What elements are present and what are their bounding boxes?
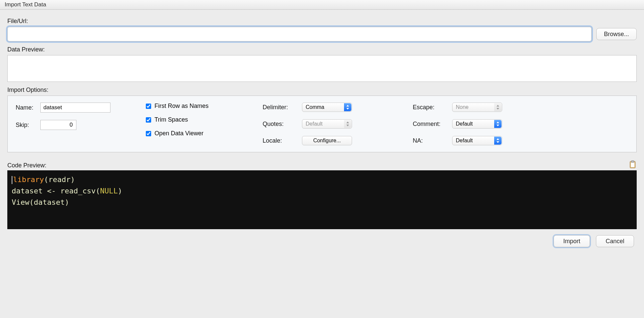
delimiter-label: Delimiter: (263, 104, 297, 111)
code-line: dataset <- read_csv(NULL) (12, 185, 632, 197)
locale-configure-button[interactable]: Configure... (302, 136, 352, 145)
name-label: Name: (16, 104, 36, 111)
chevron-updown-icon (494, 137, 502, 145)
na-label: NA: (413, 137, 447, 144)
first-row-checkbox-row[interactable]: First Row as Names (146, 103, 233, 110)
open-viewer-checkbox-row[interactable]: Open Data Viewer (146, 130, 233, 137)
na-value: Default (456, 138, 473, 144)
skip-label: Skip: (16, 122, 36, 129)
chevron-updown-icon (494, 120, 502, 128)
quotes-label: Quotes: (263, 121, 297, 128)
dialog-footer: Import Cancel (7, 229, 637, 249)
svg-rect-2 (631, 161, 634, 162)
open-viewer-checkbox-label: Open Data Viewer (154, 130, 204, 137)
svg-rect-1 (631, 162, 635, 167)
open-viewer-checkbox[interactable] (146, 131, 151, 136)
quotes-value: Default (306, 121, 323, 127)
import-options-label: Import Options: (7, 87, 637, 94)
code-line: View(dataset) (12, 197, 632, 208)
clipboard-icon[interactable] (629, 160, 637, 169)
first-row-checkbox[interactable] (146, 104, 151, 109)
browse-button[interactable]: Browse... (596, 28, 637, 40)
name-input[interactable] (40, 103, 110, 113)
comment-label: Comment: (413, 121, 447, 128)
skip-input[interactable] (40, 120, 76, 130)
trim-spaces-checkbox[interactable] (146, 117, 151, 123)
chevron-updown-icon (344, 103, 351, 111)
locale-label: Locale: (263, 137, 297, 144)
trim-spaces-checkbox-row[interactable]: Trim Spaces (146, 116, 233, 123)
code-preview-box[interactable]: library(readr) dataset <- read_csv(NULL)… (7, 170, 637, 229)
trim-spaces-checkbox-label: Trim Spaces (154, 116, 188, 123)
dialog-body: File/Url: Browse... Data Preview: Import… (0, 10, 644, 254)
delimiter-value: Comma (306, 104, 324, 110)
data-preview-label: Data Preview: (7, 46, 637, 53)
import-options-panel: Name: Skip: First Row as Names Trim Spac… (7, 96, 637, 152)
code-preview-label: Code Preview: (7, 162, 46, 169)
data-preview-box (7, 55, 637, 82)
cancel-button[interactable]: Cancel (596, 235, 634, 247)
na-select[interactable]: Default (452, 136, 502, 145)
delimiter-select[interactable]: Comma (302, 103, 352, 112)
escape-value: None (456, 104, 468, 110)
quotes-select[interactable]: Default (302, 119, 352, 129)
escape-select[interactable]: None (452, 103, 502, 112)
comment-select[interactable]: Default (452, 119, 502, 129)
first-row-checkbox-label: First Row as Names (154, 103, 209, 110)
comment-value: Default (456, 121, 473, 127)
file-url-input[interactable] (7, 27, 592, 41)
chevron-updown-icon (344, 120, 351, 128)
chevron-updown-icon (494, 103, 502, 111)
code-line: library(readr) (12, 174, 632, 185)
file-url-label: File/Url: (7, 18, 637, 25)
dialog-title: Import Text Data (0, 0, 644, 10)
escape-label: Escape: (413, 104, 447, 111)
import-button[interactable]: Import (554, 235, 590, 247)
